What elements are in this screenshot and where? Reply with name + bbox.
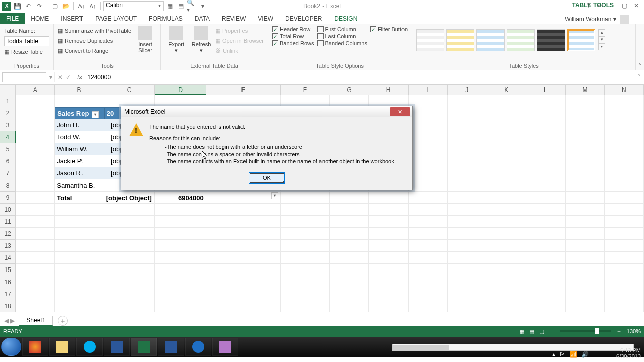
tab-design[interactable]: DESIGN <box>328 13 363 24</box>
taskbar-clock[interactable]: 6:13 PM6/30/2013 <box>616 347 641 360</box>
zoom-level[interactable]: 130% <box>627 328 641 334</box>
dialog-close-button[interactable]: ✕ <box>390 107 410 116</box>
tray-flag-icon[interactable]: 🏳 <box>559 351 566 358</box>
col-B[interactable]: B <box>55 85 104 95</box>
chk-filter-button[interactable]: ✓Filter Button <box>370 26 408 32</box>
col-K[interactable]: K <box>487 85 526 95</box>
style-swatch-5[interactable] <box>537 29 565 51</box>
col-E[interactable]: E <box>206 85 281 95</box>
dialog-title-bar[interactable]: Microsoft Excel ✕ <box>121 106 412 117</box>
task-firefox[interactable] <box>22 338 48 356</box>
minimize-icon[interactable]: — <box>607 1 618 10</box>
task-other[interactable] <box>212 338 238 356</box>
chk-banded-cols[interactable]: Banded Columns <box>317 40 367 46</box>
cancel-icon[interactable]: ✕ <box>58 74 63 81</box>
remove-duplicates-button[interactable]: ▦ Remove Duplicates <box>58 36 131 45</box>
gallery-scroll[interactable]: ▲▼▾ <box>598 29 605 51</box>
open-browser-button[interactable]: ▦ Open in Browser <box>215 36 264 45</box>
close-icon[interactable]: ✕ <box>631 1 642 10</box>
fx-icon[interactable]: fx <box>74 74 85 81</box>
accept-icon[interactable]: ✓ <box>66 74 71 81</box>
style-gallery[interactable]: ▲▼▾ <box>416 26 631 51</box>
font-inc-icon[interactable]: A↑ <box>88 1 98 11</box>
tray-up-icon[interactable]: ▴ <box>552 351 555 358</box>
file-tab[interactable]: FILE <box>0 13 25 24</box>
col-I[interactable]: I <box>409 85 448 95</box>
tray-volume-icon[interactable]: 🔊 <box>581 351 589 358</box>
task-explorer[interactable] <box>49 338 75 356</box>
qat-icon-3[interactable]: 🔍▾ <box>187 1 197 11</box>
formula-icons[interactable]: ✕✓ <box>54 72 74 82</box>
export-button[interactable]: Export▾ <box>165 26 187 54</box>
chk-total-row[interactable]: ✓Total Row <box>272 33 314 39</box>
excel-icon[interactable]: X <box>2 2 11 11</box>
task-excel[interactable] <box>131 338 157 356</box>
chk-last-col[interactable]: Last Column <box>317 33 367 39</box>
font-dec-icon[interactable]: A↓ <box>76 1 87 11</box>
redo-icon[interactable]: ↷ <box>34 1 44 11</box>
undo-icon[interactable]: ↶ <box>23 1 33 11</box>
col-A[interactable]: A <box>16 85 55 95</box>
user-account[interactable]: William Workman ▾ <box>565 15 629 24</box>
col-H[interactable]: H <box>369 85 409 95</box>
add-sheet-button[interactable]: ＋ <box>58 316 68 326</box>
name-box[interactable] <box>2 72 46 82</box>
tab-formulas[interactable]: FORMULAS <box>143 13 189 24</box>
tab-page-layout[interactable]: PAGE LAYOUT <box>89 13 143 24</box>
summarize-pivot-button[interactable]: ▦ Summarize with PivotTable <box>58 26 131 35</box>
task-ie[interactable] <box>185 338 211 356</box>
font-selector[interactable]: Calibri <box>103 1 164 11</box>
tab-view[interactable]: VIEW <box>252 13 279 24</box>
style-swatch-6[interactable] <box>567 29 595 51</box>
chk-header-row[interactable]: ✓Header Row <box>272 26 314 32</box>
qat-customize-icon[interactable]: ▾ <box>198 1 208 11</box>
tab-home[interactable]: HOME <box>25 13 55 24</box>
tab-data[interactable]: DATA <box>189 13 216 24</box>
unlink-button[interactable]: ⛓ Unlink <box>215 46 264 55</box>
col-C[interactable]: C <box>104 85 155 95</box>
refresh-button[interactable]: Refresh▾ <box>190 26 212 54</box>
maximize-icon[interactable]: ▢ <box>619 1 630 10</box>
view-layout-icon[interactable]: ▤ <box>529 328 534 335</box>
style-swatch-3[interactable] <box>476 29 505 51</box>
zoom-out-button[interactable]: — <box>549 328 555 334</box>
sheet-nav[interactable]: ◀ ▶ <box>0 317 19 324</box>
start-button[interactable] <box>1 338 21 356</box>
view-break-icon[interactable]: ▢ <box>539 328 544 335</box>
col-N[interactable]: N <box>605 85 644 95</box>
tab-developer[interactable]: DEVELOPER <box>279 13 328 24</box>
task-word[interactable] <box>158 338 184 356</box>
tray-network-icon[interactable]: 📶 <box>570 351 577 358</box>
resize-table-button[interactable]: ▦ Resize Table <box>4 47 49 56</box>
sheet-tab-1[interactable]: Sheet1 <box>19 316 53 326</box>
style-swatch-4[interactable] <box>507 29 535 51</box>
style-swatch-1[interactable] <box>416 29 444 51</box>
table-name-input[interactable] <box>4 36 49 46</box>
task-word-pinned[interactable] <box>104 338 130 356</box>
new-icon[interactable]: ▢ <box>50 1 60 11</box>
insert-slicer-button[interactable]: InsertSlicer <box>134 26 156 53</box>
select-all-corner[interactable] <box>0 85 16 95</box>
qat-icon-2[interactable]: ▤ <box>176 1 186 11</box>
col-M[interactable]: M <box>566 85 605 95</box>
ribbon-toggle-icon[interactable]: ▭ <box>595 1 606 10</box>
style-swatch-2[interactable] <box>446 29 474 51</box>
chk-banded-rows[interactable]: ✓Banded Rows <box>272 40 314 46</box>
collapse-ribbon-icon[interactable]: ˄ <box>636 24 644 70</box>
open-icon[interactable]: 📂 <box>61 1 71 11</box>
formula-input[interactable]: 1240000 <box>85 74 635 81</box>
task-skype[interactable] <box>76 338 103 356</box>
tab-review[interactable]: REVIEW <box>216 13 252 24</box>
horizontal-scrollbar[interactable] <box>392 344 634 351</box>
col-F[interactable]: F <box>281 85 330 95</box>
convert-range-button[interactable]: ▦ Convert to Range <box>58 46 131 55</box>
qat-icon-1[interactable]: ▦ <box>165 1 175 11</box>
col-J[interactable]: J <box>448 85 487 95</box>
expand-formula-icon[interactable]: ˅ <box>635 74 644 81</box>
col-G[interactable]: G <box>330 85 369 95</box>
dialog-ok-button[interactable]: OK <box>249 172 285 184</box>
save-icon[interactable]: 💾 <box>12 1 22 11</box>
tab-insert[interactable]: INSERT <box>55 13 89 24</box>
zoom-in-button[interactable]: ＋ <box>616 328 622 335</box>
help-icon[interactable]: ? <box>583 1 594 10</box>
